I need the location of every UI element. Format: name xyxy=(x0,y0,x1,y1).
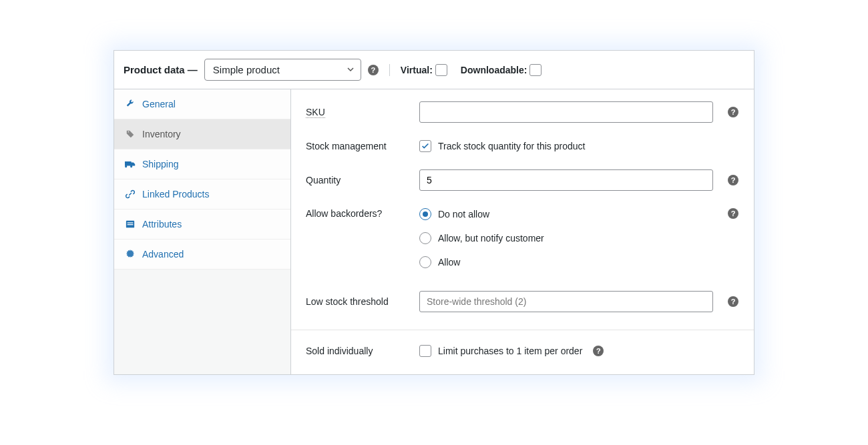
product-type-select[interactable]: Simple product xyxy=(204,59,361,81)
virtual-checkbox[interactable] xyxy=(435,64,447,76)
stock-management-label: Stock management xyxy=(306,141,419,151)
sold-individually-checkbox-label: Limit purchases to 1 item per order xyxy=(438,346,582,356)
panel-title: Product data — xyxy=(124,64,198,75)
sidebar-item-label: Shipping xyxy=(142,159,179,169)
help-icon[interactable]: ? xyxy=(728,296,738,307)
help-icon[interactable]: ? xyxy=(728,107,738,117)
virtual-label: Virtual: xyxy=(401,65,433,75)
downloadable-toggle[interactable]: Downloadable: xyxy=(461,64,542,76)
help-icon[interactable]: ? xyxy=(728,175,738,185)
backorder-option-allow-notify[interactable]: Allow, but notify customer xyxy=(419,232,713,244)
sidebar-item-label: General xyxy=(142,99,176,109)
radio-button[interactable] xyxy=(419,232,431,244)
low-stock-label: Low stock threshold xyxy=(306,296,419,307)
sidebar-item-label: Inventory xyxy=(142,129,181,139)
backorders-row: Allow backorders? Do not allow Allow, bu… xyxy=(306,208,739,268)
sku-row: SKU ? xyxy=(306,101,739,123)
stock-management-checkbox[interactable] xyxy=(419,140,431,152)
radio-button[interactable] xyxy=(419,256,431,268)
sku-input[interactable] xyxy=(419,101,713,123)
sidebar-item-label: Advanced xyxy=(142,249,184,260)
sidebar-item-advanced[interactable]: Advanced xyxy=(114,240,290,270)
sidebar-item-attributes[interactable]: Attributes xyxy=(114,209,290,240)
sidebar-item-shipping[interactable]: Shipping xyxy=(114,149,290,179)
truck-icon xyxy=(125,159,136,169)
sidebar-item-label: Linked Products xyxy=(142,189,209,199)
quantity-label: Quantity xyxy=(306,175,419,185)
product-data-panel: Product data — Simple product ? Virtual:… xyxy=(114,50,754,375)
sold-individually-label: Sold individually xyxy=(306,346,419,356)
low-stock-row: Low stock threshold ? xyxy=(306,291,739,312)
stock-management-checkbox-label: Track stock quantity for this product xyxy=(438,141,585,151)
help-icon[interactable]: ? xyxy=(368,65,379,75)
gear-icon xyxy=(125,250,136,259)
sku-label: SKU xyxy=(306,107,325,118)
svg-rect-1 xyxy=(128,222,134,223)
quantity-row: Quantity ? xyxy=(306,169,739,191)
radio-label: Do not allow xyxy=(438,209,489,219)
radio-label: Allow xyxy=(438,257,460,268)
sold-individually-row: Sold individually Limit purchases to 1 i… xyxy=(306,345,739,357)
content: SKU ? Stock management Track stock quant… xyxy=(291,89,754,374)
sidebar-item-label: Attributes xyxy=(142,219,182,230)
sidebar-item-inventory[interactable]: Inventory xyxy=(114,119,290,149)
sidebar-item-linked-products[interactable]: Linked Products xyxy=(114,179,290,209)
radio-label: Allow, but notify customer xyxy=(438,233,544,244)
backorder-option-allow[interactable]: Allow xyxy=(419,256,713,268)
backorder-option-do-not-allow[interactable]: Do not allow xyxy=(419,208,713,220)
link-icon xyxy=(125,189,136,199)
sidebar: General Inventory Shipping Linked Produc… xyxy=(114,89,291,374)
sold-individually-checkbox[interactable] xyxy=(419,345,431,357)
downloadable-label: Downloadable: xyxy=(461,65,527,75)
sidebar-item-general[interactable]: General xyxy=(114,89,290,119)
divider xyxy=(291,330,754,330)
radio-button[interactable] xyxy=(419,208,431,220)
virtual-toggle[interactable]: Virtual: xyxy=(401,64,447,76)
help-icon[interactable]: ? xyxy=(593,346,604,356)
quantity-input[interactable] xyxy=(419,169,713,191)
stock-management-row: Stock management Track stock quantity fo… xyxy=(306,140,739,152)
help-icon[interactable]: ? xyxy=(728,208,738,219)
panel-body: General Inventory Shipping Linked Produc… xyxy=(114,89,754,374)
low-stock-input[interactable] xyxy=(419,291,713,312)
svg-rect-2 xyxy=(128,224,134,225)
wrench-icon xyxy=(125,99,136,109)
tag-icon xyxy=(125,129,136,139)
panel-header: Product data — Simple product ? Virtual:… xyxy=(114,51,754,89)
downloadable-checkbox[interactable] xyxy=(529,64,541,76)
backorders-label: Allow backorders? xyxy=(306,208,419,219)
list-icon xyxy=(125,219,136,229)
divider xyxy=(389,64,390,76)
product-type-select-wrap: Simple product xyxy=(204,59,361,81)
